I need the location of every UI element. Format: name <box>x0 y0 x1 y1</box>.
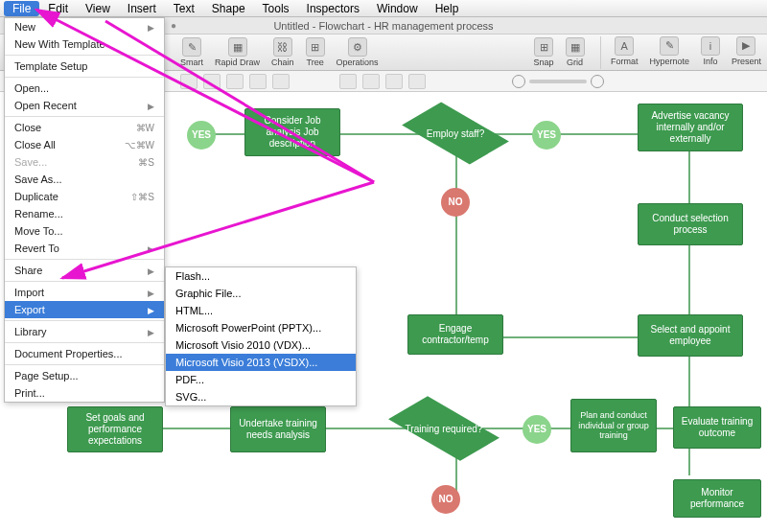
tool2-icon[interactable] <box>180 74 198 89</box>
file-menu-item[interactable]: Duplicate⇧⌘S <box>5 188 164 205</box>
file-menu-item[interactable]: Save...⌘S <box>5 153 164 171</box>
node-evaluate[interactable]: Evaluate training outcome <box>673 406 761 449</box>
export-submenu-item[interactable]: Microsoft Visio 2010 (VDX)... <box>166 336 356 354</box>
menu-edit[interactable]: Edit <box>39 1 77 16</box>
zoom-control[interactable] <box>512 75 604 88</box>
window-title: Untitled - Flowchart - HR management pro… <box>273 20 493 32</box>
file-menu-item[interactable]: Print... <box>5 384 164 402</box>
tool2-icon[interactable] <box>226 74 244 89</box>
tool-info[interactable]: iInfo <box>695 35 726 71</box>
file-menu-dropdown: New ▶New With TemplateTemplate SetupOpen… <box>4 17 165 403</box>
node-conduct-selection[interactable]: Conduct selection process <box>638 203 743 245</box>
menu-inspectors[interactable]: Inspectors <box>298 1 368 16</box>
node-no-1[interactable]: NO <box>441 188 470 217</box>
grid-icon: ▦ <box>566 37 585 57</box>
file-menu-item[interactable]: Rename... <box>5 205 164 222</box>
file-menu-item[interactable]: Open Recent ▶ <box>5 97 164 114</box>
node-yes-2[interactable]: YES <box>532 121 561 150</box>
tool-operations[interactable]: ⚙Operations <box>331 35 384 69</box>
export-submenu: Flash...Graphic File...HTML...Microsoft … <box>165 266 357 406</box>
tool2-icon[interactable] <box>408 74 426 89</box>
tool-grid[interactable]: ▦Grid <box>560 35 591 69</box>
export-submenu-item[interactable]: PDF... <box>166 371 356 388</box>
file-menu-item[interactable]: Move To... <box>5 222 164 240</box>
tool2-icon[interactable] <box>272 74 290 89</box>
node-no-2[interactable]: NO <box>431 485 460 514</box>
file-menu-item[interactable]: New ▶ <box>5 18 164 35</box>
tool-snap[interactable]: ⊞Snap <box>528 35 560 69</box>
menu-view[interactable]: View <box>77 1 119 16</box>
zoom-out-icon[interactable] <box>512 75 525 88</box>
export-submenu-item[interactable]: Flash... <box>166 267 356 285</box>
present-icon: ▶ <box>736 36 755 56</box>
tool2-icon[interactable] <box>362 74 380 89</box>
file-menu-item[interactable]: Save As... <box>5 171 164 188</box>
tool-hypernote[interactable]: ✎Hypernote <box>643 35 695 71</box>
node-yes-3[interactable]: YES <box>523 415 551 444</box>
smart-icon: ✎ <box>182 37 201 57</box>
node-training-required[interactable]: Training required? <box>393 401 495 456</box>
zoom-in-icon[interactable] <box>591 75 604 88</box>
tool2-icon[interactable] <box>249 74 267 89</box>
menu-insert[interactable]: Insert <box>119 1 165 16</box>
node-advertise[interactable]: Advertise vacancy internally and/or exte… <box>638 104 743 151</box>
tool-tree[interactable]: ⊞Tree <box>300 35 331 69</box>
file-menu-item[interactable]: New With Template <box>5 35 164 53</box>
tool-rapid-draw[interactable]: ▦Rapid Draw <box>209 35 266 69</box>
file-menu-item[interactable]: Page Setup... <box>5 367 164 384</box>
tool-present[interactable]: ▶Present <box>726 35 767 71</box>
export-submenu-item[interactable]: HTML... <box>166 302 356 319</box>
file-menu-item[interactable]: Share ▶ <box>5 262 164 279</box>
export-submenu-item[interactable]: Microsoft Visio 2013 (VSDX)... <box>166 354 356 371</box>
node-employ-staff[interactable]: Employ staff? <box>407 105 503 161</box>
menu-file[interactable]: File <box>4 1 39 16</box>
menu-window[interactable]: Window <box>368 1 427 16</box>
menu-help[interactable]: Help <box>427 1 468 16</box>
close-icon[interactable]: ● <box>171 20 176 31</box>
tool2-icon[interactable] <box>203 74 221 89</box>
file-menu-item[interactable]: Export ▶ <box>5 301 164 318</box>
node-set-goals[interactable]: Set goals and performance expectations <box>67 406 163 452</box>
file-menu-item[interactable]: Close⌘W <box>5 119 164 136</box>
operations-icon: ⚙ <box>348 37 367 57</box>
node-engage[interactable]: Engage contractor/temp <box>407 314 503 355</box>
hypernote-icon: ✎ <box>660 36 679 56</box>
tool-smart[interactable]: ✎Smart <box>174 35 209 69</box>
file-menu-item[interactable]: Open... <box>5 80 164 97</box>
file-menu-item[interactable]: Close All⌥⌘W <box>5 136 164 153</box>
info-icon: i <box>701 36 720 56</box>
node-undertake[interactable]: Undertake training needs analysis <box>230 406 326 452</box>
file-menu-item[interactable]: Library ▶ <box>5 323 164 340</box>
export-submenu-item[interactable]: SVG... <box>166 388 356 405</box>
file-menu-item[interactable]: Template Setup <box>5 58 164 75</box>
node-yes-1[interactable]: YES <box>187 121 216 150</box>
file-menu-item[interactable]: Import ▶ <box>5 284 164 301</box>
export-submenu-item[interactable]: Graphic File... <box>166 285 356 302</box>
zoom-slider[interactable] <box>529 80 587 83</box>
node-monitor[interactable]: Monitor performance <box>673 479 761 518</box>
tool2-icon[interactable] <box>339 74 357 89</box>
file-menu-item[interactable]: Revert To ▶ <box>5 240 164 257</box>
tool-chain[interactable]: ⛓Chain <box>266 35 300 69</box>
export-submenu-item[interactable]: Microsoft PowerPoint (PPTX)... <box>166 319 356 336</box>
tool2-icon[interactable] <box>385 74 403 89</box>
chain-icon: ⛓ <box>273 37 292 57</box>
node-select-appoint[interactable]: Select and appoint employee <box>638 314 743 357</box>
tool-format[interactable]: AFormat <box>605 35 644 71</box>
file-menu-item[interactable]: Document Properties... <box>5 345 164 362</box>
format-icon: A <box>615 36 634 56</box>
menu-tools[interactable]: Tools <box>254 1 298 16</box>
tree-icon: ⊞ <box>306 37 325 57</box>
node-consider[interactable]: Consider Job analysis Job description <box>244 108 340 156</box>
menubar: File Edit View Insert Text Shape Tools I… <box>0 0 767 17</box>
snap-icon: ⊞ <box>534 37 553 57</box>
menu-text[interactable]: Text <box>165 1 203 16</box>
menu-shape[interactable]: Shape <box>203 1 254 16</box>
rapid-draw-icon: ▦ <box>228 37 247 57</box>
node-plan-conduct[interactable]: Plan and conduct individual or group tra… <box>570 399 657 452</box>
